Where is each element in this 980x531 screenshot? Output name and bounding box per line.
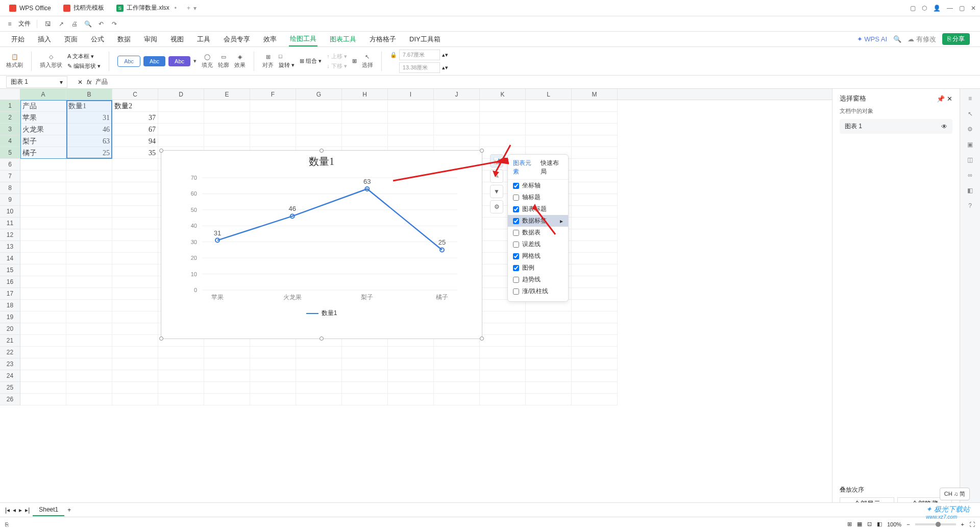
cell[interactable] — [434, 358, 480, 370]
help-icon[interactable]: ? — [968, 202, 972, 209]
print-icon[interactable]: 🖨 — [70, 19, 79, 29]
cell[interactable] — [204, 382, 250, 393]
row-header[interactable]: 1 — [0, 100, 20, 112]
cell[interactable] — [112, 335, 158, 346]
cell[interactable] — [572, 323, 618, 334]
cell[interactable] — [572, 100, 618, 111]
pane-item-chart[interactable]: 图表 1👁 — [840, 119, 952, 134]
ribbon-tab-formula[interactable]: 公式 — [90, 33, 105, 46]
shape-style-2[interactable]: Abc — [143, 56, 165, 66]
cell[interactable] — [434, 135, 480, 147]
edit-shape-button[interactable]: ✎ 编辑形状 ▾ — [67, 62, 101, 70]
cell[interactable] — [480, 311, 526, 323]
row-header[interactable]: 17 — [0, 288, 20, 300]
cell[interactable]: 35 — [112, 147, 158, 158]
cell[interactable] — [66, 300, 112, 311]
chart-settings-button[interactable]: ⚙ — [490, 200, 503, 213]
row-header[interactable]: 2 — [0, 112, 20, 124]
cell[interactable] — [66, 182, 112, 194]
sheet-nav-prev[interactable]: ◂ — [13, 506, 16, 514]
cell[interactable] — [388, 135, 434, 147]
cell[interactable] — [572, 253, 618, 264]
cell[interactable] — [572, 194, 618, 205]
sheet-nav-first[interactable]: |◂ — [5, 506, 10, 514]
row-header[interactable]: 16 — [0, 276, 20, 288]
ribbon-tab-efficiency[interactable]: 效率 — [262, 33, 278, 46]
row-header[interactable]: 25 — [0, 382, 20, 394]
cell[interactable] — [434, 347, 480, 358]
cell[interactable] — [204, 124, 250, 135]
cell[interactable] — [112, 382, 158, 393]
cell[interactable] — [66, 171, 112, 182]
cell[interactable] — [250, 112, 296, 123]
cell[interactable] — [296, 382, 342, 393]
cell[interactable] — [20, 347, 66, 358]
cell[interactable] — [158, 100, 204, 111]
popup-tab-layout[interactable]: 快速布局 — [541, 159, 563, 176]
cell[interactable] — [480, 347, 526, 358]
cell[interactable] — [480, 358, 526, 370]
cell[interactable] — [296, 358, 342, 370]
cell[interactable] — [112, 218, 158, 229]
minimize-button[interactable]: — — [947, 5, 953, 12]
cell[interactable] — [388, 394, 434, 405]
cell[interactable] — [112, 171, 158, 182]
row-header[interactable]: 7 — [0, 171, 20, 182]
cell[interactable]: 苹果 — [20, 112, 66, 123]
col-header[interactable]: B — [66, 89, 112, 100]
tab-dropdown[interactable]: ▾ — [193, 5, 197, 12]
grid-button[interactable]: ⊞ — [352, 58, 357, 64]
cell[interactable] — [342, 347, 388, 358]
cell[interactable] — [388, 124, 434, 135]
cell[interactable] — [342, 135, 388, 147]
row-header[interactable]: 6 — [0, 159, 20, 171]
ribbon-tab-tools[interactable]: 工具 — [196, 33, 211, 46]
cell[interactable] — [204, 135, 250, 147]
cell[interactable] — [572, 206, 618, 217]
cell[interactable] — [20, 241, 66, 252]
row-header[interactable]: 19 — [0, 311, 20, 323]
flip-button[interactable]: □ — [279, 53, 295, 59]
popup-item[interactable]: 轴标题 — [508, 191, 568, 203]
popup-item[interactable]: 趋势线 — [508, 274, 568, 285]
cell[interactable] — [158, 135, 204, 147]
popup-item[interactable]: 坐标轴 — [508, 180, 568, 191]
cell[interactable] — [112, 323, 158, 334]
search-icon[interactable]: 🔍 — [893, 35, 901, 43]
cell[interactable] — [526, 323, 572, 334]
cell[interactable] — [388, 370, 434, 381]
pin-icon[interactable]: 📌 — [937, 95, 945, 103]
cell[interactable] — [20, 182, 66, 194]
cell[interactable] — [250, 382, 296, 393]
sheet-nav-last[interactable]: ▸| — [25, 506, 30, 514]
cell[interactable] — [526, 382, 572, 393]
sheet-nav-next[interactable]: ▸ — [19, 506, 22, 514]
shape-style-1[interactable]: Abc — [117, 56, 140, 67]
avatar-icon[interactable]: 👤 — [933, 5, 941, 12]
cell[interactable] — [434, 382, 480, 393]
cell[interactable] — [66, 370, 112, 381]
fullscreen-icon[interactable]: ⛶ — [969, 521, 975, 527]
cell[interactable]: 25 — [66, 147, 112, 158]
col-header[interactable]: I — [388, 89, 434, 100]
popup-item[interactable]: 数据标签▸ — [508, 215, 568, 227]
cell[interactable] — [66, 276, 112, 287]
cell[interactable] — [480, 100, 526, 111]
row-header[interactable]: 13 — [0, 241, 20, 253]
cell[interactable] — [434, 124, 480, 135]
cell[interactable] — [296, 124, 342, 135]
cell[interactable] — [296, 370, 342, 381]
cell[interactable] — [572, 288, 618, 299]
cell[interactable] — [296, 135, 342, 147]
cell[interactable] — [112, 253, 158, 264]
cell[interactable] — [480, 394, 526, 405]
cell[interactable] — [572, 171, 618, 182]
cell[interactable] — [158, 347, 204, 358]
cell[interactable]: 橘子 — [20, 147, 66, 158]
ribbon-tab-chart[interactable]: 图表工具 — [329, 33, 357, 46]
cell[interactable] — [20, 358, 66, 370]
tab-template[interactable]: 找稻壳模板 — [58, 2, 109, 14]
cell[interactable] — [572, 241, 618, 252]
text-box-button[interactable]: A 文本框 ▾ — [67, 53, 101, 60]
row-header[interactable]: 14 — [0, 253, 20, 264]
